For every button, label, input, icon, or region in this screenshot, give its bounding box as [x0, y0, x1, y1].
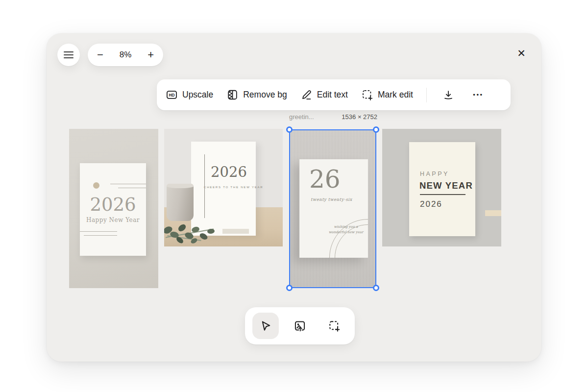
selection-dimensions: 1536 × 2752	[342, 113, 377, 121]
selection-info: greetin... 1536 × 2752	[289, 113, 377, 121]
toolbar-divider	[426, 88, 427, 102]
zoom-in-button[interactable]: +	[147, 49, 154, 60]
cursor-icon	[259, 319, 272, 332]
card3-message: wishing you a wonderful new year	[328, 224, 364, 235]
tool-palette	[245, 307, 355, 344]
close-button[interactable]: ✕	[513, 45, 530, 62]
greeting-card-3: 26 twenty twenty-six wishing you a wonde…	[299, 159, 368, 258]
greeting-card-4: HAPPY NEW YEAR 2026	[409, 142, 475, 236]
zoom-level: 8%	[120, 50, 132, 60]
pencil-icon	[300, 89, 313, 101]
selection-handle-bottom-left[interactable]	[286, 285, 293, 291]
selection-handle-top-left[interactable]	[286, 126, 293, 133]
card1-dot	[93, 182, 99, 189]
more-button[interactable]: •••	[470, 87, 487, 103]
image-upload-icon	[294, 319, 306, 332]
add-image-tool-button[interactable]	[287, 313, 313, 339]
more-icon: •••	[473, 91, 483, 98]
hd-upscale-icon: HD	[166, 89, 178, 101]
download-button[interactable]	[440, 87, 457, 103]
marquee-plus-icon	[361, 89, 373, 101]
download-icon	[442, 89, 454, 101]
card2-year: 2026	[204, 165, 254, 179]
hamburger-icon	[64, 51, 74, 52]
remove-bg-button[interactable]: Remove bg	[226, 89, 287, 101]
selection-handle-bottom-right[interactable]	[373, 285, 379, 291]
card4-tape	[485, 210, 501, 216]
svg-text:HD: HD	[169, 93, 174, 98]
canvas-image-1[interactable]: 2026 Happy New Year	[69, 129, 158, 288]
marquee-plus-icon	[328, 319, 341, 332]
selection-filename: greetin...	[289, 113, 314, 121]
canvas-image-2[interactable]: 2026 CHEERS TO THE NEW YEAR	[164, 129, 283, 246]
remove-bg-label: Remove bg	[243, 90, 287, 100]
card1-year: 2026	[80, 196, 146, 214]
editor-panel: − 8% + ✕ HD Upscale Remove bg	[47, 33, 541, 362]
card2-caption: CHEERS TO THE NEW YEAR	[204, 186, 254, 189]
ceramic-mug	[167, 184, 194, 221]
zoom-control: − 8% +	[88, 44, 163, 66]
upscale-button[interactable]: HD Upscale	[166, 89, 213, 101]
select-tool-button[interactable]	[252, 313, 279, 339]
action-toolbar: HD Upscale Remove bg Edit text	[157, 79, 511, 110]
edit-text-button[interactable]: Edit text	[300, 89, 348, 101]
card3-subtitle: twenty twenty-six	[311, 197, 352, 202]
zoom-out-button[interactable]: −	[97, 49, 103, 60]
card1-caption: Happy New Year	[80, 217, 146, 223]
mark-edit-label: Mark edit	[378, 90, 413, 100]
upscale-label: Upscale	[182, 90, 213, 100]
canvas-image-3-selected[interactable]: 26 twenty twenty-six wishing you a wonde…	[289, 129, 376, 288]
eucalyptus-plant	[164, 216, 231, 246]
edit-text-label: Edit text	[317, 90, 348, 100]
selection-handle-top-right[interactable]	[373, 126, 379, 133]
greeting-card-1: 2026 Happy New Year	[80, 163, 146, 256]
canvas-image-4[interactable]: HAPPY NEW YEAR 2026	[382, 129, 501, 246]
mark-area-tool-button[interactable]	[321, 313, 347, 339]
card4-new-year: NEW YEAR	[419, 180, 473, 191]
card4-year: 2026	[420, 199, 442, 209]
card4-happy: HAPPY	[420, 171, 449, 177]
remove-bg-icon	[226, 89, 239, 101]
menu-button[interactable]	[57, 44, 80, 66]
mark-edit-button[interactable]: Mark edit	[361, 89, 413, 101]
card3-number: 26	[309, 166, 341, 193]
